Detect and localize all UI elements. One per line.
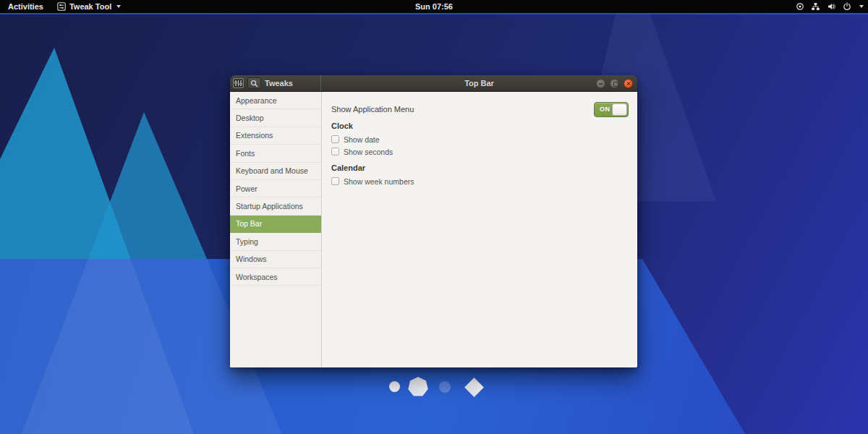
window-controls bbox=[596, 75, 633, 91]
sidebar-item-power[interactable]: Power bbox=[230, 180, 321, 197]
sidebar-item-typing[interactable]: Typing bbox=[230, 233, 321, 250]
search-icon bbox=[250, 80, 258, 88]
search-button[interactable] bbox=[247, 77, 261, 89]
show-week-numbers-row: Show week numbers bbox=[331, 176, 629, 186]
system-status-area[interactable] bbox=[796, 0, 864, 13]
network-icon bbox=[811, 2, 820, 11]
volume-icon bbox=[827, 2, 836, 11]
show-week-numbers-checkbox[interactable] bbox=[331, 177, 339, 185]
window-body: Appearance Desktop Extensions Fonts Keyb… bbox=[230, 92, 637, 367]
sidebar-item-startup-applications[interactable]: Startup Applications bbox=[230, 197, 321, 215]
show-date-checkbox[interactable] bbox=[331, 135, 339, 143]
show-application-menu-toggle[interactable]: ON bbox=[594, 102, 629, 117]
clock-button[interactable]: Sun 07:56 bbox=[0, 2, 868, 11]
wallpaper-dim-circle-shape bbox=[439, 381, 451, 393]
show-application-menu-row: Show Application Menu ON bbox=[331, 101, 629, 117]
sidebar-item-fonts[interactable]: Fonts bbox=[230, 145, 321, 162]
wallpaper-circle-shape bbox=[389, 381, 400, 392]
app-menu-label: Tweak Tool bbox=[69, 2, 111, 11]
show-date-label[interactable]: Show date bbox=[344, 135, 380, 144]
app-menu-button[interactable]: Tweak Tool bbox=[51, 0, 127, 13]
sidebar-item-workspaces[interactable]: Workspaces bbox=[230, 268, 321, 286]
sidebar: Appearance Desktop Extensions Fonts Keyb… bbox=[230, 92, 322, 367]
wallpaper-top-highlight bbox=[0, 13, 868, 14]
clock-label: Sun 07:56 bbox=[415, 2, 453, 11]
tweaks-app-icon bbox=[233, 78, 244, 88]
chevron-down-icon bbox=[116, 5, 121, 8]
show-application-menu-label: Show Application Menu bbox=[331, 105, 414, 114]
sidebar-item-keyboard-and-mouse[interactable]: Keyboard and Mouse bbox=[230, 163, 321, 180]
maximize-button[interactable] bbox=[610, 79, 619, 88]
clock-section-header: Clock bbox=[331, 122, 629, 131]
chevron-down-icon bbox=[859, 5, 864, 8]
tweak-tool-icon bbox=[57, 2, 66, 11]
sidebar-item-windows[interactable]: Windows bbox=[230, 251, 321, 268]
toggle-knob[interactable] bbox=[612, 103, 627, 116]
sidebar-item-extensions[interactable]: Extensions bbox=[230, 127, 321, 145]
activities-button[interactable]: Activities bbox=[0, 0, 51, 13]
show-seconds-row: Show seconds bbox=[331, 147, 629, 156]
calendar-section-header: Calendar bbox=[331, 163, 629, 173]
sidebar-item-desktop[interactable]: Desktop bbox=[230, 109, 321, 127]
system-top-bar: Activities Tweak Tool Sun 07:56 bbox=[0, 0, 868, 13]
titlebar-page-section: Top Bar bbox=[321, 75, 637, 91]
sidebar-item-top-bar[interactable]: Top Bar bbox=[230, 216, 321, 233]
close-button[interactable] bbox=[624, 79, 633, 88]
show-seconds-checkbox[interactable] bbox=[331, 148, 339, 156]
show-date-row: Show date bbox=[331, 135, 629, 144]
window-titlebar[interactable]: Tweaks Top Bar bbox=[230, 75, 637, 92]
titlebar-sidebar-section: Tweaks bbox=[230, 75, 321, 91]
window-app-title: Tweaks bbox=[265, 79, 293, 88]
power-icon bbox=[843, 2, 851, 11]
settings-panel: Show Application Menu ON Clock Show date… bbox=[322, 92, 637, 367]
show-week-numbers-label[interactable]: Show week numbers bbox=[344, 177, 414, 186]
show-seconds-label[interactable]: Show seconds bbox=[344, 148, 393, 156]
page-title: Top Bar bbox=[464, 79, 494, 88]
toggle-on-label: ON bbox=[600, 106, 610, 113]
orientation-icon bbox=[796, 2, 804, 11]
activities-label: Activities bbox=[8, 2, 43, 11]
sidebar-item-appearance[interactable]: Appearance bbox=[230, 92, 321, 109]
minimize-button[interactable] bbox=[596, 79, 605, 88]
tweaks-window: Tweaks Top Bar Appearance Desktop Extens… bbox=[230, 75, 637, 367]
